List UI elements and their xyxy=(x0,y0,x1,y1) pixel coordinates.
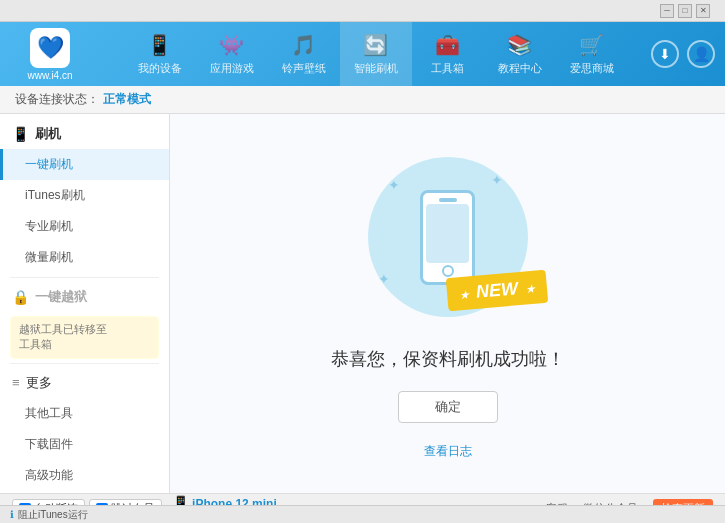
nav-bar: 📱 我的设备 👾 应用游戏 🎵 铃声壁纸 🔄 智能刷机 🧰 工具箱 📚 教程中心… xyxy=(100,22,651,86)
maximize-button[interactable]: □ xyxy=(678,4,692,18)
nav-my-device[interactable]: 📱 我的设备 xyxy=(124,22,196,86)
sidebar-item-itunes-flash[interactable]: iTunes刷机 xyxy=(0,180,169,211)
sidebar-item-other-tools[interactable]: 其他工具 xyxy=(0,398,169,429)
status-label: 设备连接状态： xyxy=(15,91,99,108)
sparkle-1: ✦ xyxy=(491,172,503,188)
content-area: ✦ ✦ ✦ NEW 恭喜您，保资料刷机成功啦！ 确定 查看日志 xyxy=(170,114,725,493)
flash-section-label: 刷机 xyxy=(35,125,61,143)
status-bar: 设备连接状态： 正常模式 xyxy=(0,86,725,114)
main-area: 📱 刷机 一键刷机 iTunes刷机 专业刷机 微量刷机 🔒 一键越狱 越狱工具… xyxy=(0,114,725,493)
lock-icon: 🔒 xyxy=(12,289,29,305)
my-device-label: 我的设备 xyxy=(138,61,182,76)
minimize-button[interactable]: ─ xyxy=(660,4,674,18)
sidebar: 📱 刷机 一键刷机 iTunes刷机 专业刷机 微量刷机 🔒 一键越狱 越狱工具… xyxy=(0,114,170,493)
sidebar-item-download-firmware[interactable]: 下载固件 xyxy=(0,429,169,460)
flash-section-icon: 📱 xyxy=(12,126,29,142)
header: 💙 www.i4.cn 📱 我的设备 👾 应用游戏 🎵 铃声壁纸 🔄 智能刷机 … xyxy=(0,22,725,86)
toolbox-icon: 🧰 xyxy=(435,33,460,57)
success-illustration: ✦ ✦ ✦ NEW xyxy=(358,147,538,327)
ringtone-label: 铃声壁纸 xyxy=(282,61,326,76)
more-section-title: ≡ 更多 xyxy=(0,368,169,398)
tutorial-label: 教程中心 xyxy=(498,61,542,76)
itunes-bar: ℹ 阻止iTunes运行 xyxy=(0,505,725,523)
close-button[interactable]: ✕ xyxy=(696,4,710,18)
window-controls[interactable]: ─ □ ✕ xyxy=(660,4,710,18)
itunes-label: 阻止iTunes运行 xyxy=(18,508,88,522)
tutorial-icon: 📚 xyxy=(507,33,532,57)
sidebar-item-pro-flash[interactable]: 专业刷机 xyxy=(0,211,169,242)
itunes-icon: ℹ xyxy=(10,509,14,520)
one-key-restore-section: 🔒 一键越狱 xyxy=(0,282,169,312)
logo: 💙 www.i4.cn xyxy=(10,28,90,81)
app-game-icon: 👾 xyxy=(219,33,244,57)
phone-screen xyxy=(426,204,469,263)
sidebar-item-micro-flash[interactable]: 微量刷机 xyxy=(0,242,169,273)
nav-toolbox[interactable]: 🧰 工具箱 xyxy=(412,22,484,86)
sidebar-divider-1 xyxy=(10,277,159,278)
nav-smart-flash[interactable]: 🔄 智能刷机 xyxy=(340,22,412,86)
logo-text: www.i4.cn xyxy=(27,70,72,81)
phone-shape xyxy=(420,190,475,285)
store-label: 爱思商城 xyxy=(570,61,614,76)
success-text: 恭喜您，保资料刷机成功啦！ xyxy=(331,347,565,371)
smart-flash-icon: 🔄 xyxy=(363,33,388,57)
more-icon: ≡ xyxy=(12,375,20,390)
flash-section-title: 📱 刷机 xyxy=(0,119,169,149)
status-value: 正常模式 xyxy=(103,91,151,108)
sidebar-divider-2 xyxy=(10,363,159,364)
nav-tutorial[interactable]: 📚 教程中心 xyxy=(484,22,556,86)
app-game-label: 应用游戏 xyxy=(210,61,254,76)
sidebar-note: 越狱工具已转移至 工具箱 xyxy=(10,316,159,359)
toolbox-label: 工具箱 xyxy=(431,61,464,76)
my-device-icon: 📱 xyxy=(147,33,172,57)
phone-home-button xyxy=(442,265,454,277)
sidebar-item-one-key-flash[interactable]: 一键刷机 xyxy=(0,149,169,180)
titlebar: ─ □ ✕ xyxy=(0,0,725,22)
logo-icon: 💙 xyxy=(30,28,70,68)
confirm-button[interactable]: 确定 xyxy=(398,391,498,423)
sparkle-3: ✦ xyxy=(378,271,390,287)
view-log-link[interactable]: 查看日志 xyxy=(424,443,472,460)
sidebar-item-advanced[interactable]: 高级功能 xyxy=(0,460,169,491)
store-icon: 🛒 xyxy=(579,33,604,57)
phone-speaker xyxy=(439,198,457,202)
sparkle-2: ✦ xyxy=(388,177,400,193)
nav-ringtone[interactable]: 🎵 铃声壁纸 xyxy=(268,22,340,86)
header-actions: ⬇ 👤 xyxy=(651,40,715,68)
smart-flash-label: 智能刷机 xyxy=(354,61,398,76)
nav-store[interactable]: 🛒 爱思商城 xyxy=(556,22,628,86)
user-button[interactable]: 👤 xyxy=(687,40,715,68)
nav-app-game[interactable]: 👾 应用游戏 xyxy=(196,22,268,86)
download-button[interactable]: ⬇ xyxy=(651,40,679,68)
ringtone-icon: 🎵 xyxy=(291,33,316,57)
